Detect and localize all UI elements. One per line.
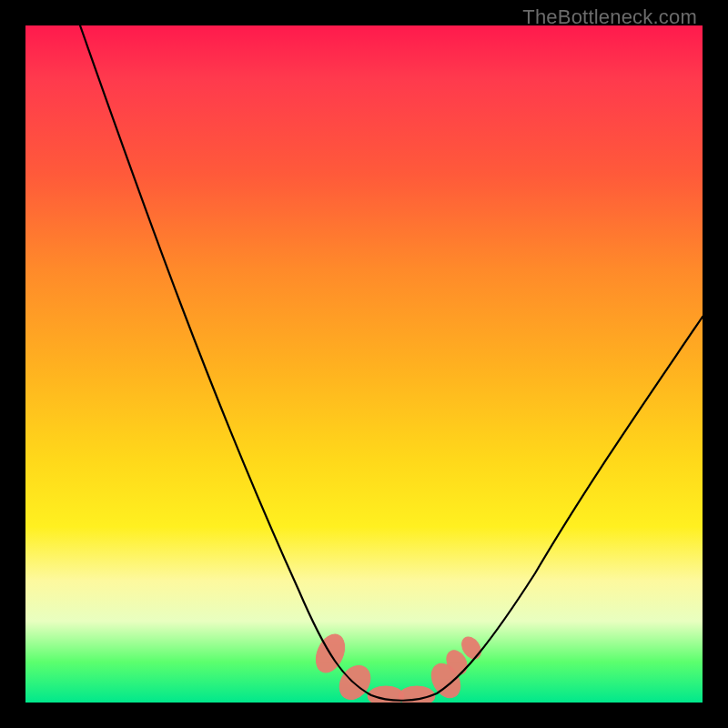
marker-cluster [310,630,484,703]
chart-frame: TheBottleneck.com [0,0,728,728]
bottleneck-curve [80,25,703,701]
chart-overlay [25,25,703,703]
plot-area [25,25,703,703]
